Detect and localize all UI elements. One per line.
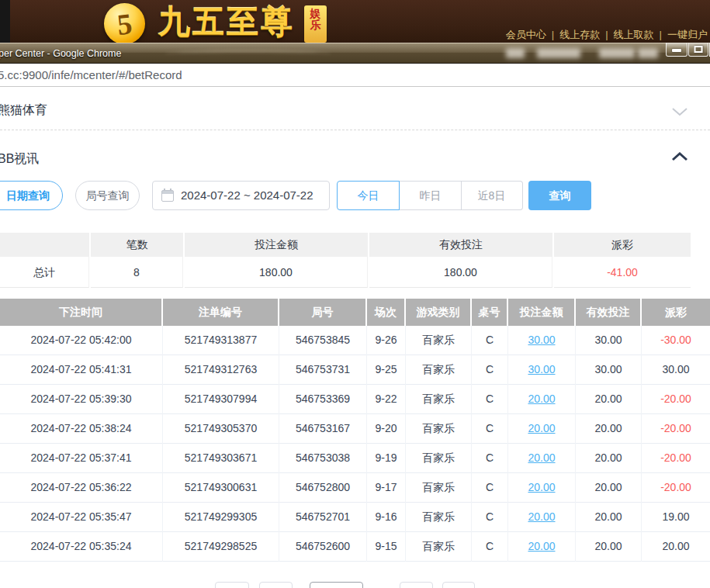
pagination-button[interactable] <box>400 582 433 588</box>
table-cell: C <box>472 503 508 532</box>
date-query-tab[interactable]: 日期查询 <box>0 181 63 210</box>
summary-header-cell: 投注金额 <box>185 233 368 257</box>
table-cell: C <box>472 532 508 562</box>
table-cell: 百家乐 <box>406 503 472 532</box>
chevron-up-icon[interactable] <box>671 152 688 161</box>
payout-cell: -20.00 <box>642 414 710 444</box>
table-cell: 9-16 <box>367 503 406 532</box>
round-query-tab[interactable]: 局号查询 <box>75 181 140 210</box>
banner-flourish-decoration <box>165 50 331 57</box>
column-header: 派彩 <box>642 299 710 326</box>
redacted-user-info <box>537 48 580 58</box>
table-cell: 30.00 <box>576 355 642 385</box>
table-cell: 2024-07-22 05:37:41 <box>0 444 163 473</box>
chevron-down-icon[interactable] <box>671 107 688 116</box>
table-cell: 百家乐 <box>406 414 472 444</box>
summary-header-cell: 派彩 <box>554 233 691 257</box>
bet-amount-link-cell: 30.00 <box>508 326 576 355</box>
browser-url-bar[interactable]: 5.cc:9900/infe/mcenter/#/betRecord <box>0 64 710 87</box>
table-cell: 20.00 <box>576 473 642 503</box>
column-header: 有效投注 <box>576 299 642 326</box>
summary-value-cell: 180.00 <box>185 257 368 288</box>
table-cell: C <box>472 326 508 355</box>
column-header: 桌号 <box>472 299 508 326</box>
pagination-button[interactable] <box>259 582 293 588</box>
table-cell: 20.00 <box>576 444 642 473</box>
last-8-days-button[interactable]: 近8日 <box>461 181 523 210</box>
pagination-button[interactable] <box>215 582 249 588</box>
screen: 5 九五至尊 娱 乐 会员中心|线上存款|线上取款|一键归户 per Cente… <box>0 0 710 588</box>
date-range-value: 2024-07-22 ~ 2024-07-22 <box>181 189 313 202</box>
table-cell: 521749303671 <box>163 444 279 473</box>
bet-amount-link[interactable]: 20.00 <box>528 393 555 405</box>
bet-amount-link[interactable]: 30.00 <box>528 363 555 375</box>
nav-link-1[interactable]: 线上存款 <box>559 29 600 40</box>
table-cell: 9-26 <box>367 326 406 355</box>
table-cell: 521749307994 <box>163 385 279 414</box>
nav-link-2[interactable]: 线上取款 <box>614 29 654 40</box>
bet-amount-link[interactable]: 30.00 <box>528 334 555 346</box>
bet-amount-link[interactable]: 20.00 <box>528 510 555 523</box>
column-header: 下注时间 <box>0 299 163 326</box>
table-row: 2024-07-22 05:41:31521749312763546753731… <box>0 355 710 385</box>
nav-link-0[interactable]: 会员中心 <box>506 29 546 40</box>
today-button[interactable]: 今日 <box>337 181 400 210</box>
pagination-button[interactable] <box>310 582 363 588</box>
maximize-button[interactable] <box>688 43 708 57</box>
table-cell: 546753038 <box>279 444 367 473</box>
table-cell: 9-17 <box>367 473 406 503</box>
table-cell: 20.00 <box>576 414 642 444</box>
table-cell: 521749300631 <box>163 473 279 503</box>
search-button[interactable]: 查询 <box>528 181 591 210</box>
summary-value-cell: 总计 <box>0 257 89 288</box>
table-cell: 百家乐 <box>406 326 472 355</box>
site-banner: 5 九五至尊 娱 乐 会员中心|线上存款|线上取款|一键归户 <box>0 0 710 43</box>
minimize-button[interactable] <box>666 43 687 57</box>
yesterday-button[interactable]: 昨日 <box>399 181 462 210</box>
section-bb-video[interactable]: BB视讯 <box>0 131 710 177</box>
table-cell: 546752701 <box>279 503 367 532</box>
table-cell: 百家乐 <box>406 444 472 473</box>
entertainment-badge: 娱 乐 <box>304 5 327 43</box>
table-row: 2024-07-22 05:37:41521749303671546753038… <box>0 444 710 473</box>
table-row: 2024-07-22 05:35:47521749299305546752701… <box>0 503 710 532</box>
table-cell: 521749299305 <box>163 503 279 532</box>
table-cell: 2024-07-22 05:41:31 <box>0 355 163 385</box>
table-cell: 2024-07-22 05:35:24 <box>0 532 163 562</box>
bet-amount-link[interactable]: 20.00 <box>528 540 555 552</box>
pagination-button[interactable] <box>442 582 475 588</box>
date-range-input[interactable]: 2024-07-22 ~ 2024-07-22 <box>152 181 330 210</box>
bet-amount-link[interactable]: 20.00 <box>528 422 555 434</box>
table-cell: 9-15 <box>367 532 406 562</box>
bet-amount-link-cell: 20.00 <box>508 414 576 444</box>
table-cell: 521749305370 <box>163 414 279 444</box>
table-cell: 546753167 <box>279 414 367 444</box>
table-cell: 521749312763 <box>163 355 279 385</box>
section-panda-sports[interactable]: 熊猫体育 <box>0 87 710 130</box>
summary-value-cell: 8 <box>91 257 183 288</box>
nav-separator: | <box>605 29 608 40</box>
bet-amount-link-cell: 20.00 <box>508 473 576 503</box>
table-cell: C <box>472 355 508 385</box>
bet-table-body: 2024-07-22 05:42:00521749313877546753845… <box>0 326 710 562</box>
bet-amount-link[interactable]: 20.00 <box>528 451 555 464</box>
banner-nav: 会员中心|线上存款|线上取款|一键归户 <box>506 28 708 42</box>
table-cell: C <box>472 385 508 414</box>
table-row: 2024-07-22 05:35:24521749298525546752600… <box>0 532 710 562</box>
table-row: 2024-07-22 05:42:00521749313877546753845… <box>0 326 710 355</box>
table-cell: 9-19 <box>367 444 406 473</box>
column-header: 游戏类别 <box>406 299 472 326</box>
section-panda-sports-label: 熊猫体育 <box>0 102 47 119</box>
table-cell: C <box>472 414 508 444</box>
nav-link-3[interactable]: 一键归户 <box>667 29 708 40</box>
bet-amount-link[interactable]: 20.00 <box>528 481 555 493</box>
table-cell: 521749298525 <box>163 532 279 562</box>
summary-header-cell: 有效投注 <box>369 233 552 257</box>
logo-5-icon: 5 <box>104 3 145 44</box>
payout-cell: -20.00 <box>642 444 710 473</box>
table-cell: 百家乐 <box>406 385 472 414</box>
bet-amount-link-cell: 20.00 <box>508 444 576 473</box>
table-cell: 百家乐 <box>406 532 472 562</box>
table-cell: 2024-07-22 05:42:00 <box>0 326 163 355</box>
nav-separator: | <box>552 29 554 40</box>
